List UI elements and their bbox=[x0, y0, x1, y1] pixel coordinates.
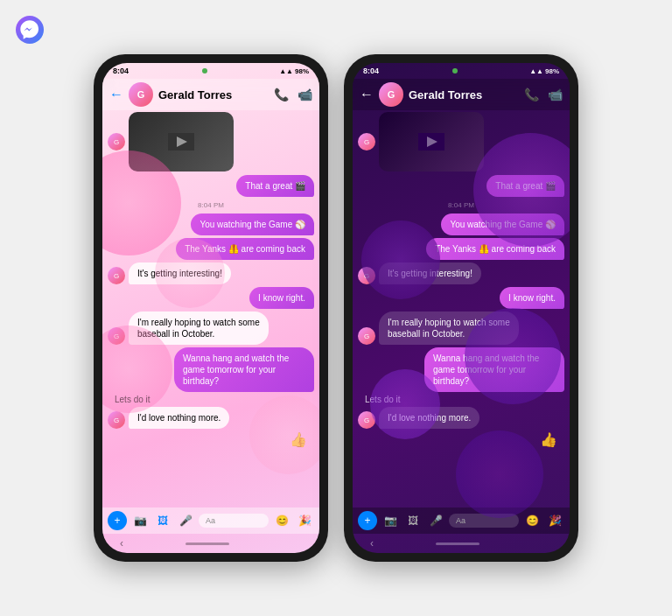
home-bar-dark bbox=[436, 542, 480, 545]
bubble-light-2: You watching the Game ⚾ bbox=[191, 214, 314, 235]
bubble-dark-4: It's getting interesting! bbox=[379, 262, 481, 284]
battery-dark: 98% bbox=[545, 67, 559, 75]
input-bar-dark: + 📷 🖼 🎤 Aa 😊 🎉 bbox=[353, 508, 570, 534]
call-icon-dark[interactable]: 📞 bbox=[524, 88, 539, 102]
time-light: 8:04 bbox=[113, 66, 129, 75]
msg-interesting-dark: G It's getting interesting! bbox=[358, 262, 564, 284]
text-input-placeholder-light: Aa bbox=[206, 516, 215, 525]
received-avatar-3-light: G bbox=[108, 411, 125, 429]
media-preview-light bbox=[129, 112, 234, 172]
msg-wanna-light: Wanna hang and watch the game tomorrow f… bbox=[108, 347, 314, 392]
bubble-light-4: It's getting interesting! bbox=[129, 262, 231, 284]
received-avatar-dark: G bbox=[358, 267, 375, 284]
msg-hoping-dark: G I'm really hoping to watch some baseba… bbox=[358, 312, 564, 345]
msg-that-great-dark: That a great 🎬 bbox=[358, 175, 564, 197]
signal-battery-light: ▲▲ 98% bbox=[279, 67, 309, 75]
msg-watching-light: You watching the Game ⚾ bbox=[108, 214, 314, 235]
messenger-app-icon bbox=[16, 16, 44, 44]
header-icons-dark: 📞 📹 bbox=[524, 88, 563, 102]
mic-btn-dark[interactable]: 🎤 bbox=[426, 511, 445, 530]
bubble-light-5: I know right. bbox=[249, 287, 314, 309]
confetti-btn-dark[interactable]: 🎉 bbox=[545, 511, 564, 530]
msg-wanna-dark: Wanna hang and watch the game tomorrow f… bbox=[358, 347, 564, 392]
phones-container: 8:04 ▲▲ 98% ← G Gerald Torres 📞 📹 G bbox=[94, 54, 578, 562]
home-bar-light bbox=[186, 542, 229, 545]
time-dark: 8:04 bbox=[363, 66, 379, 75]
bubble-light-1: That a great 🎬 bbox=[236, 175, 314, 197]
status-dot-dark bbox=[452, 68, 458, 74]
avatar-light: G bbox=[129, 82, 153, 107]
msg-yanks-light: The Yanks 🦺 are coming back bbox=[108, 238, 314, 260]
bubble-light-8: I'd love nothing more. bbox=[129, 407, 229, 429]
emoji-btn-dark[interactable]: 😊 bbox=[522, 511, 542, 530]
avatar-dark: G bbox=[379, 82, 403, 107]
msg-love-light: G I'd love nothing more. bbox=[108, 407, 314, 429]
bubble-dark-2: You watching the Game ⚾ bbox=[441, 214, 564, 235]
text-input-dark[interactable]: Aa bbox=[449, 514, 519, 528]
bubble-light-3: The Yanks 🦺 are coming back bbox=[176, 238, 314, 260]
camera-btn-dark[interactable]: 📷 bbox=[381, 511, 400, 530]
bubble-dark-1: That a great 🎬 bbox=[486, 175, 564, 197]
confetti-btn-light[interactable]: 🎉 bbox=[295, 511, 314, 530]
camera-btn-light[interactable]: 📷 bbox=[130, 511, 150, 530]
add-btn-light[interactable]: + bbox=[108, 511, 127, 530]
text-input-light[interactable]: Aa bbox=[199, 514, 269, 528]
msg-letsdo-light: Lets do it bbox=[108, 395, 314, 404]
phone-dark: 8:04 ▲▲ 98% ← G Gerald Torres 📞 📹 G bbox=[344, 54, 578, 562]
nav-chevron-dark: ‹ bbox=[370, 537, 374, 550]
msg-iknow-dark: I know right. bbox=[358, 287, 564, 309]
timestamp-light: 8:04 PM bbox=[108, 201, 314, 209]
nav-chevron-light: ‹ bbox=[120, 537, 123, 550]
signal-battery-dark: ▲▲ 98% bbox=[529, 67, 559, 75]
messages-dark: That a great 🎬 8:04 PM You watching the … bbox=[353, 173, 570, 508]
media-preview-dark bbox=[379, 112, 484, 172]
bubble-dark-6: I'm really hoping to watch some baseball… bbox=[379, 312, 519, 345]
msg-letsdo-dark: Lets do it bbox=[358, 395, 564, 404]
add-btn-dark[interactable]: + bbox=[358, 511, 377, 530]
call-icon-light[interactable]: 📞 bbox=[274, 88, 289, 102]
received-avatar-2-dark: G bbox=[358, 327, 375, 345]
bubble-dark-7: Wanna hang and watch the game tomorrow f… bbox=[424, 347, 564, 392]
gallery-btn-dark[interactable]: 🖼 bbox=[403, 511, 423, 530]
received-avatar-3-dark: G bbox=[358, 411, 375, 429]
nav-bar-dark: ‹ bbox=[353, 534, 570, 553]
received-avatar-media-dark: G bbox=[358, 133, 375, 150]
msg-watching-dark: You watching the Game ⚾ bbox=[358, 214, 564, 235]
status-bar-light: 8:04 ▲▲ 98% bbox=[102, 63, 319, 79]
emoji-reaction-dark: 👍 bbox=[358, 431, 564, 448]
timestamp-dark: 8:04 PM bbox=[358, 201, 564, 209]
phone-light: 8:04 ▲▲ 98% ← G Gerald Torres 📞 📹 G bbox=[94, 54, 328, 562]
msg-hoping-light: G I'm really hoping to watch some baseba… bbox=[108, 312, 314, 345]
video-icon-light[interactable]: 📹 bbox=[298, 88, 312, 102]
msg-iknow-light: I know right. bbox=[108, 287, 314, 309]
messages-light: That a great 🎬 8:04 PM You watching the … bbox=[102, 173, 319, 508]
bubble-light-7: Wanna hang and watch the game tomorrow f… bbox=[174, 347, 314, 392]
header-icons-light: 📞 📹 bbox=[274, 88, 312, 102]
chat-header-dark: ← G Gerald Torres 📞 📹 bbox=[353, 79, 570, 110]
emoji-btn-light[interactable]: 😊 bbox=[272, 511, 291, 530]
contact-name-dark: Gerald Torres bbox=[409, 88, 519, 102]
signal-dark: ▲▲ bbox=[529, 67, 543, 75]
phone-dark-screen: 8:04 ▲▲ 98% ← G Gerald Torres 📞 📹 G bbox=[353, 63, 570, 553]
bubble-dark-3: The Yanks 🦺 are coming back bbox=[426, 238, 564, 260]
back-button-dark[interactable]: ← bbox=[360, 87, 374, 102]
gallery-btn-light[interactable]: 🖼 bbox=[153, 511, 172, 530]
back-button-light[interactable]: ← bbox=[109, 87, 123, 102]
status-bar-dark: 8:04 ▲▲ 98% bbox=[353, 63, 570, 79]
received-avatar-2-light: G bbox=[108, 327, 125, 345]
bubble-dark-5: I know right. bbox=[500, 287, 564, 309]
mic-btn-light[interactable]: 🎤 bbox=[176, 511, 195, 530]
received-avatar-media-light: G bbox=[108, 133, 125, 150]
emoji-reaction-light: 👍 bbox=[108, 431, 314, 448]
video-icon-dark[interactable]: 📹 bbox=[548, 88, 563, 102]
chat-header-light: ← G Gerald Torres 📞 📹 bbox=[102, 79, 319, 110]
input-bar-light: + 📷 🖼 🎤 Aa 😊 🎉 bbox=[102, 508, 319, 534]
msg-that-great-light: That a great 🎬 bbox=[108, 175, 314, 197]
bubble-dark-8: I'd love nothing more. bbox=[379, 407, 480, 429]
phone-light-screen: 8:04 ▲▲ 98% ← G Gerald Torres 📞 📹 G bbox=[102, 63, 319, 553]
received-avatar-light: G bbox=[108, 267, 125, 284]
msg-interesting-light: G It's getting interesting! bbox=[108, 262, 314, 284]
battery-light: 98% bbox=[295, 67, 309, 75]
text-input-placeholder-dark: Aa bbox=[456, 516, 466, 525]
bubble-light-6: I'm really hoping to watch some baseball… bbox=[129, 312, 269, 345]
